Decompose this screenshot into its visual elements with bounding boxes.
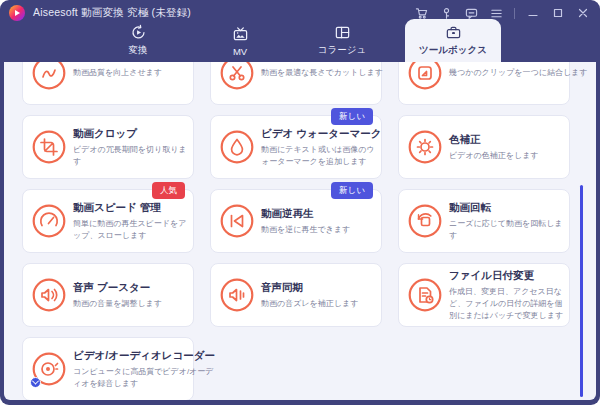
card-desc: 動画にテキスト或いは画像のウォーターマークを追加します [261,144,381,168]
card-desc: 動画品質を向上させます [73,67,189,79]
convert-icon [130,24,147,41]
video-enhancer-icon [32,62,66,90]
card-title: 色補正 [449,133,565,147]
card-title: 音声 ブースター [73,281,189,295]
mv-icon [232,26,249,43]
app-title: Aiseesoft 動画変換 究極 (未登録) [33,6,191,20]
tool-card-file-date[interactable]: ファイル日付変更 作成日、変更日、アクセス日など、ファイルの日付の詳細を個別にま… [398,263,570,327]
tool-card-video-watermark[interactable]: 新しい ビデオ ウォーターマーク 動画にテキスト或いは画像のウォーターマークを追… [210,115,382,179]
app-window: Aiseesoft 動画変換 究極 (未登録) [0,0,600,405]
card-title: 音声同期 [261,281,377,295]
tool-card-audio-sync[interactable]: 音声同期 動画の音ズレを補正します [210,263,382,327]
tool-card-volume-booster[interactable]: 音声 ブースター 動画の音量を調整します [22,263,194,327]
card-desc: 作成日、変更日、アクセス日など、ファイルの日付の詳細を個別にまたはバッチで変更し… [449,286,565,322]
card-desc: ビデオの冗長期間を切り取ります [73,144,189,168]
tab-collage[interactable]: コラージュ [303,26,381,62]
tab-label: コラージュ [318,44,366,57]
rotate-icon [408,204,442,238]
tab-label: 変換 [129,44,148,57]
key-icon[interactable] [439,6,453,20]
tab-convert[interactable]: 変換 [99,26,177,62]
card-title: 動画回転 [449,201,565,215]
minimize-button[interactable] [526,6,540,20]
toolbox-icon [445,24,462,41]
new-badge: 新しい [331,108,373,125]
video-cutter-icon [220,62,254,90]
tab-label: ツールボックス [419,44,487,57]
titlebar: Aiseesoft 動画変換 究極 (未登録) [0,0,600,26]
speed-icon [32,204,66,238]
color-correction-icon [408,130,442,164]
card-title: ビデオ/オーディオレコーダー [73,349,215,363]
menu-icon[interactable] [489,6,503,20]
tool-card-video-rotate[interactable]: 動画回転 ニーズに応じて動画を回転します [398,189,570,253]
maximize-button[interactable] [551,6,565,20]
crop-icon [32,130,66,164]
external-app-badge-icon [30,377,41,388]
card-title: 動画スピード 管理 [73,201,189,215]
cart-icon[interactable] [414,6,428,20]
titlebar-divider [514,8,515,19]
tool-card-video-reverse[interactable]: 新しい 動画逆再生 動画を逆に再生できます [210,189,382,253]
vertical-scrollbar[interactable] [580,185,583,397]
new-badge: 新しい [331,182,373,199]
card-desc: ビデオの色補正をします [449,150,565,162]
audio-sync-icon [220,278,254,312]
tab-mv[interactable]: MV [201,26,279,62]
reverse-icon [220,204,254,238]
card-title: ビデオ ウォーターマーク [261,127,381,141]
tool-card-recorder[interactable]: ビデオ/オーディオレコーダー コンピュータに高品質でビデオ/オーディオを録音しま… [22,337,194,400]
tool-card-video-cutter[interactable]: 動画を最適な長さでカットします [210,62,382,105]
tool-grid: 動画品質を向上させます 動画を最適な長さでカットします 幾つかのクリップを一つに… [4,62,596,400]
tool-card-video-crop[interactable]: 動画クロップ ビデオの冗長期間を切り取ります [22,115,194,179]
card-desc: 簡単に動画の再生スピードをアップ、スローします [73,218,189,242]
file-date-icon [408,278,442,312]
recorder-icon [32,352,66,386]
close-button[interactable] [576,6,590,20]
video-merger-icon [408,62,442,90]
tool-card-video-merger[interactable]: 幾つかのクリップを一つに結合します [398,62,570,105]
card-title: ファイル日付変更 [449,269,565,283]
card-desc: 動画を最適な長さでカットします [261,67,383,79]
feedback-icon[interactable] [464,6,478,20]
watermark-icon [220,130,254,164]
card-desc: 動画を逆に再生できます [261,224,377,236]
tool-card-color-correction[interactable]: 色補正 ビデオの色補正をします [398,115,570,179]
card-desc: 動画の音量を調整します [73,298,189,310]
card-title: 動画逆再生 [261,207,377,221]
card-title: 動画クロップ [73,127,189,141]
card-desc: ニーズに応じて動画を回転します [449,218,565,242]
card-desc: 動画の音ズレを補正します [261,298,377,310]
toolbox-panel: 動画品質を向上させます 動画を最適な長さでカットします 幾つかのクリップを一つに… [4,62,596,400]
app-logo-icon [9,5,25,21]
tool-card-video-speed[interactable]: 人気 動画スピード 管理 簡単に動画の再生スピードをアップ、スローします [22,189,194,253]
card-desc: 幾つかのクリップを一つに結合します [449,67,587,79]
card-desc: コンピュータに高品質でビデオ/オーディオを録音します [73,366,215,390]
hot-badge: 人気 [152,182,185,199]
collage-icon [334,24,351,41]
volume-icon [32,278,66,312]
main-nav: 変換 MV コラージュ ツールボックス [0,26,600,62]
tool-card-video-enhancer[interactable]: 動画品質を向上させます [22,62,194,105]
tab-label: MV [233,46,247,57]
